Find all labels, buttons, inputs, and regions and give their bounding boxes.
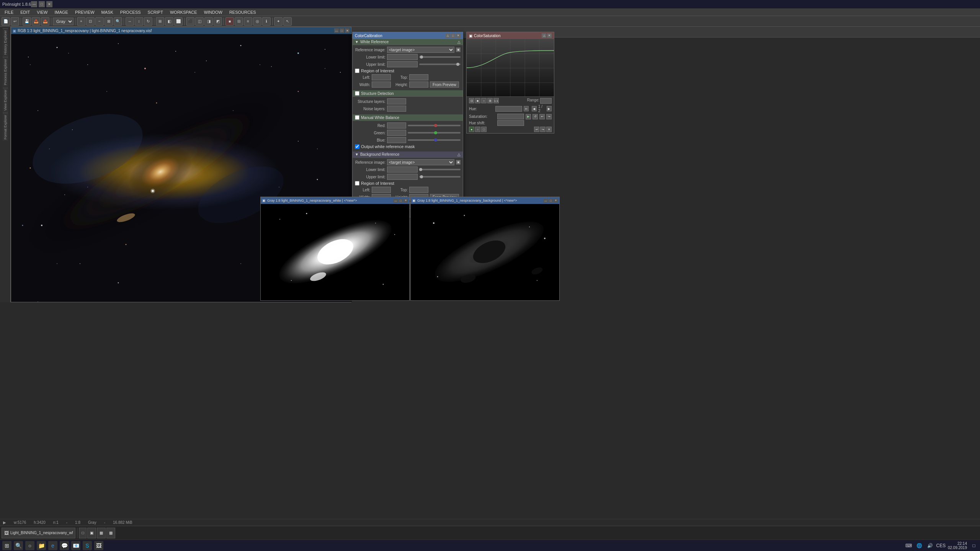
sd-struct-input[interactable]: 5	[387, 98, 406, 104]
hue-h-btn[interactable]: H	[524, 106, 529, 111]
zoom-in-plus-button[interactable]: +	[77, 17, 85, 26]
menu-mask[interactable]: MASK	[98, 8, 116, 16]
bgr-upper-input[interactable]: 0.0022000	[387, 174, 418, 180]
sat-color-btn[interactable]: ●	[469, 127, 474, 132]
cursor-button[interactable]: ↖	[283, 17, 292, 26]
sat-save-btn[interactable]: ↩	[539, 114, 545, 119]
bgr-lower-input[interactable]: 0.0000000	[387, 166, 418, 173]
chat-icon[interactable]: 💬	[60, 541, 69, 550]
cortana-icon[interactable]: ○	[25, 541, 34, 550]
bg-reference-header[interactable]: ▼ Background Reference △	[353, 152, 463, 158]
hue-nav-next[interactable]: ▶	[547, 106, 552, 111]
mwb-blue-slider[interactable]	[408, 139, 461, 141]
wr-upper-slider[interactable]	[419, 64, 461, 65]
structure-detection-header[interactable]: Structure Detection	[353, 90, 463, 97]
notifications-icon[interactable]: □	[970, 542, 978, 549]
start-button[interactable]: ⊞	[2, 541, 11, 550]
mwb-green-slider[interactable]	[408, 132, 461, 134]
wr-from-preview-btn[interactable]: From Preview	[430, 82, 459, 88]
mwb-red-slider[interactable]	[408, 125, 461, 126]
rotate-button[interactable]: ↻	[144, 17, 152, 26]
volume-icon[interactable]: 🔊	[926, 542, 934, 549]
ww-close[interactable]: ✕	[403, 199, 408, 203]
mail-icon[interactable]: 📧	[71, 541, 80, 550]
new-button[interactable]: 📄	[2, 17, 10, 26]
mask4-button[interactable]: ◩	[214, 17, 222, 26]
sat-btn-1[interactable]: ⊡	[469, 98, 474, 103]
sat-btn-2[interactable]: ■	[475, 98, 480, 103]
hist2-button[interactable]: ≡	[244, 17, 252, 26]
white-reference-header[interactable]: ▼ White Reference △	[353, 39, 463, 45]
wr-left-input[interactable]	[372, 74, 391, 80]
photos-icon[interactable]: 🖼	[94, 541, 103, 550]
hue-input[interactable]: 0.00000	[495, 106, 522, 112]
hue-shift-input[interactable]: 0.000	[497, 120, 524, 126]
grid-button[interactable]: ⊞	[156, 17, 164, 26]
view-tile-btn[interactable]: ▩	[106, 528, 115, 538]
sat-save2-btn[interactable]: ↩	[534, 127, 539, 132]
ww-minimize[interactable]: —	[394, 199, 398, 203]
flip-v-button[interactable]: ↕	[135, 17, 143, 26]
flip-h-button[interactable]: ↔	[126, 17, 134, 26]
bgr-ref-select[interactable]: <target image>	[387, 159, 454, 165]
close-button[interactable]: ✕	[46, 1, 52, 7]
zoom-in-button[interactable]: 🔍	[114, 17, 122, 26]
sat-input[interactable]: 3.56364	[497, 114, 524, 119]
export-button[interactable]: 📤	[41, 17, 49, 26]
view-single-btn[interactable]: □	[79, 528, 87, 538]
cs-close[interactable]: ✕	[547, 33, 552, 38]
save-as-button[interactable]: 📥	[32, 17, 40, 26]
mwb-checkbox[interactable]	[355, 115, 359, 120]
bgr-left-input[interactable]	[372, 187, 391, 193]
menu-view[interactable]: VIEW	[34, 8, 51, 16]
sidebar-process[interactable]: Process Explorer	[3, 57, 8, 87]
colormap-select[interactable]: Gray	[53, 18, 74, 25]
open-button[interactable]: ↩	[11, 17, 19, 26]
range-input[interactable]: 4	[540, 98, 552, 104]
main-maximize[interactable]: □	[340, 28, 344, 33]
sat-circle-btn[interactable]: ○	[475, 127, 480, 132]
bgw-maximize[interactable]: □	[549, 199, 553, 203]
sat-btn-4[interactable]: ⊞	[487, 98, 493, 103]
wr-lower-input[interactable]: 0.0022000	[387, 54, 418, 60]
sat-load-btn[interactable]: ↪	[546, 114, 552, 119]
navigator-button[interactable]: ◎	[253, 17, 261, 26]
sat-reset-btn[interactable]: ↺	[532, 114, 538, 119]
wr-ref-image-btn[interactable]: ▣	[456, 47, 461, 52]
sidebar-format[interactable]: Format Explorer	[3, 113, 8, 141]
search-taskbar-icon[interactable]: 🔍	[14, 541, 23, 550]
mwb-red-input[interactable]: 1.0000	[387, 122, 406, 129]
language-icon[interactable]: CES	[937, 542, 945, 549]
taskbar-image-btn[interactable]: 🖼 Light_BINNING_1_nespracovany_wf	[2, 528, 75, 538]
wr-lower-slider[interactable]	[419, 56, 461, 58]
sat-square-btn[interactable]: □	[481, 127, 487, 132]
sd-checkbox[interactable]	[355, 91, 359, 96]
sat-load2-btn[interactable]: ↪	[540, 127, 546, 132]
menu-window[interactable]: WINDOW	[201, 8, 225, 16]
hue-nav-prev[interactable]: ◀	[532, 106, 537, 111]
zoom-fit-button[interactable]: ⊠	[105, 17, 113, 26]
cc-collapse[interactable]: △	[445, 33, 450, 38]
edge-icon[interactable]: e	[48, 541, 57, 550]
zoom-out-button[interactable]: −	[95, 17, 104, 26]
sat-close2-btn[interactable]: ✕	[546, 127, 552, 132]
channel-button[interactable]: ◧	[165, 17, 173, 26]
info-button[interactable]: ℹ	[262, 17, 271, 26]
wr-ref-image-select[interactable]: <target image>	[387, 47, 454, 53]
maximize-button[interactable]: □	[39, 1, 45, 7]
view-quad-btn[interactable]: ▦	[97, 528, 106, 538]
save-button[interactable]: 💾	[23, 17, 31, 26]
sd-noise-input[interactable]: 1	[387, 106, 406, 112]
zoom-select-button[interactable]: ⊡	[86, 17, 95, 26]
mask2-button[interactable]: ◫	[195, 17, 204, 26]
menu-resources[interactable]: RESOURCES	[226, 8, 259, 16]
wr-roi-checkbox[interactable]	[355, 68, 359, 73]
menu-workspace[interactable]: WORKSPACE	[167, 8, 200, 16]
sat-btn-3[interactable]: ○	[481, 98, 487, 103]
wr-height-input[interactable]	[409, 82, 428, 88]
ww-maximize[interactable]: □	[399, 199, 403, 203]
sidebar-view[interactable]: View Explorer	[3, 88, 8, 112]
bgr-ref-btn[interactable]: ▣	[456, 160, 461, 165]
manual-wb-header[interactable]: Manual White Balance	[353, 114, 463, 121]
wr-top-input[interactable]	[409, 74, 428, 80]
